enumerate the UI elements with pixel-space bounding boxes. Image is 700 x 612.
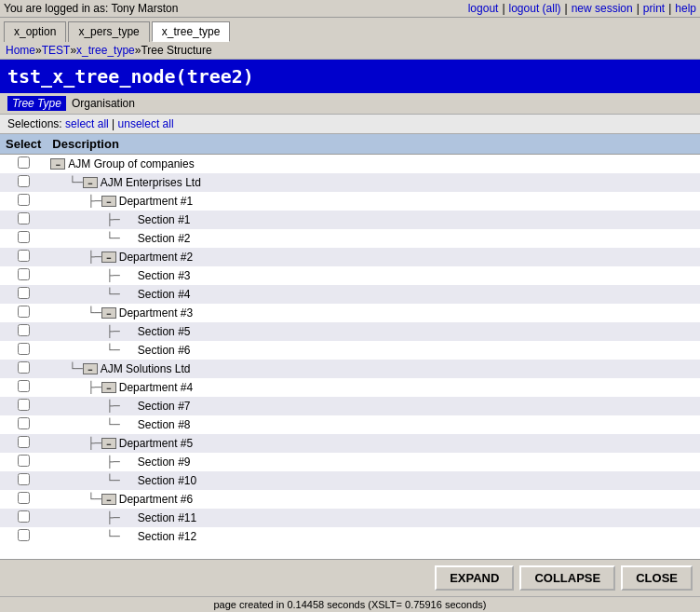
- table-row: └─Section #8: [0, 415, 700, 434]
- tree-expand-icon[interactable]: −: [101, 252, 116, 263]
- tree-item-label: Section #6: [138, 344, 191, 357]
- collapse-button[interactable]: COLLAPSE: [519, 565, 615, 591]
- row-checkbox[interactable]: [18, 175, 30, 187]
- top-bar-links: logout | logout (all) | new session | pr…: [468, 2, 696, 15]
- selections-label: Selections:: [7, 117, 62, 130]
- top-bar: You are logged in as: Tony Marston logou…: [0, 0, 700, 18]
- table-row: ├─−Department #1: [0, 192, 700, 211]
- row-checkbox[interactable]: [18, 492, 30, 504]
- row-checkbox[interactable]: [18, 510, 30, 523]
- row-checkbox[interactable]: [18, 250, 30, 262]
- table-row: └─−Department #6: [0, 490, 700, 509]
- tree-item-label: AJM Group of companies: [68, 157, 194, 170]
- row-checkbox[interactable]: [18, 156, 30, 169]
- tree-item-label: Section #4: [138, 288, 191, 301]
- table-row: ├─Section #9: [0, 453, 700, 471]
- logout-all-link[interactable]: logout (all): [509, 2, 561, 15]
- tree-item-label: Section #12: [138, 530, 196, 543]
- tab-x-option[interactable]: x_option: [4, 21, 66, 42]
- tree-item-label: Department #1: [119, 195, 193, 208]
- row-checkbox[interactable]: [18, 194, 30, 206]
- help-link[interactable]: help: [675, 2, 696, 15]
- close-button[interactable]: CLOSE: [621, 565, 693, 591]
- tree-item-label: Section #7: [138, 400, 191, 413]
- breadcrumb-x-tree-type[interactable]: x_tree_type: [76, 44, 135, 57]
- tree-item-label: Section #2: [138, 232, 191, 245]
- tree-type-value: Organisation: [72, 97, 135, 110]
- tree-item-label: AJM Enterprises Ltd: [101, 176, 201, 189]
- select-all-link[interactable]: select all: [65, 117, 109, 130]
- table-row: −AJM Group of companies: [0, 155, 700, 174]
- table-row: ├─Section #5: [0, 322, 700, 341]
- tab-x-pers-type[interactable]: x_pers_type: [68, 21, 149, 42]
- user-info: You are logged in as: Tony Marston: [4, 2, 178, 15]
- row-checkbox[interactable]: [18, 361, 30, 374]
- row-checkbox[interactable]: [18, 231, 30, 243]
- tree-body: −AJM Group of companies└─−AJM Enterprise…: [0, 155, 700, 547]
- tree-expand-icon[interactable]: −: [83, 363, 98, 374]
- tree-item-label: Department #3: [119, 306, 193, 320]
- row-checkbox[interactable]: [18, 306, 30, 318]
- tree-item-label: Department #2: [119, 251, 193, 264]
- tree-item-label: Section #11: [138, 511, 196, 524]
- row-checkbox[interactable]: [18, 436, 30, 448]
- tree-item-label: AJM Solutions Ltd: [101, 362, 191, 375]
- table-row: └─Section #2: [0, 229, 700, 248]
- tree-table: Select Description −AJM Group of compani…: [0, 134, 700, 546]
- table-row: ├─−Department #2: [0, 248, 700, 266]
- row-checkbox[interactable]: [18, 324, 30, 336]
- subtitle-bar: Tree Type Organisation: [0, 93, 700, 115]
- tree-item-label: Section #9: [138, 456, 191, 469]
- row-checkbox[interactable]: [18, 455, 30, 467]
- col-select: Select: [0, 134, 47, 155]
- tree-item-label: Section #5: [138, 325, 191, 338]
- table-row: └─−Department #3: [0, 304, 700, 322]
- tree-expand-icon[interactable]: −: [83, 177, 98, 188]
- tree-item-label: Section #3: [138, 269, 191, 282]
- table-row: ├─Section #7: [0, 397, 700, 415]
- new-session-link[interactable]: new session: [572, 2, 633, 15]
- table-row: ├─Section #1: [0, 211, 700, 229]
- table-row: └─Section #6: [0, 341, 700, 360]
- tree-item-label: Department #5: [119, 437, 193, 450]
- tab-x-tree-type[interactable]: x_tree_type: [152, 21, 231, 42]
- print-link[interactable]: print: [643, 2, 665, 15]
- page-title: tst_x_tree_node(tree2): [0, 60, 700, 93]
- footer: EXPAND COLLAPSE CLOSE: [0, 559, 700, 596]
- tab-bar: x_option x_pers_type x_tree_type: [0, 18, 700, 42]
- tree-item-label: Section #1: [138, 213, 191, 226]
- tree-expand-icon[interactable]: −: [101, 196, 116, 207]
- table-row: └─−AJM Enterprises Ltd: [0, 173, 700, 192]
- tree-item-label: Department #6: [119, 493, 193, 506]
- table-row: └─Section #10: [0, 471, 700, 490]
- logout-link[interactable]: logout: [468, 2, 499, 15]
- row-checkbox[interactable]: [18, 212, 30, 224]
- status-bar: page created in 0.14458 seconds (XSLT= 0…: [0, 596, 700, 612]
- table-row: └─−AJM Solutions Ltd: [0, 360, 700, 378]
- tree-expand-icon[interactable]: −: [101, 494, 116, 505]
- tree-item-label: Department #4: [119, 381, 193, 394]
- tree-type-label: Tree Type: [7, 96, 66, 111]
- breadcrumb-current: Tree Structure: [141, 44, 211, 57]
- table-row: └─Section #4: [0, 285, 700, 304]
- row-checkbox[interactable]: [18, 473, 30, 485]
- breadcrumb-test[interactable]: TEST: [42, 44, 71, 57]
- row-checkbox[interactable]: [18, 380, 30, 392]
- breadcrumb-home[interactable]: Home: [6, 44, 35, 57]
- col-description: Description: [47, 134, 700, 155]
- row-checkbox[interactable]: [18, 417, 30, 429]
- expand-button[interactable]: EXPAND: [435, 565, 514, 591]
- tree-expand-icon[interactable]: −: [101, 382, 116, 393]
- row-checkbox[interactable]: [18, 287, 30, 299]
- table-row: ├─Section #11: [0, 509, 700, 527]
- tree-expand-icon[interactable]: −: [50, 158, 65, 170]
- row-checkbox[interactable]: [18, 343, 30, 355]
- table-row: ├─−Department #4: [0, 378, 700, 397]
- tree-expand-icon[interactable]: −: [101, 438, 116, 449]
- tree-item-label: Section #8: [138, 418, 191, 431]
- row-checkbox[interactable]: [18, 399, 30, 411]
- row-checkbox[interactable]: [18, 529, 30, 541]
- tree-expand-icon[interactable]: −: [101, 307, 116, 319]
- row-checkbox[interactable]: [18, 268, 30, 280]
- unselect-all-link[interactable]: unselect all: [118, 117, 174, 130]
